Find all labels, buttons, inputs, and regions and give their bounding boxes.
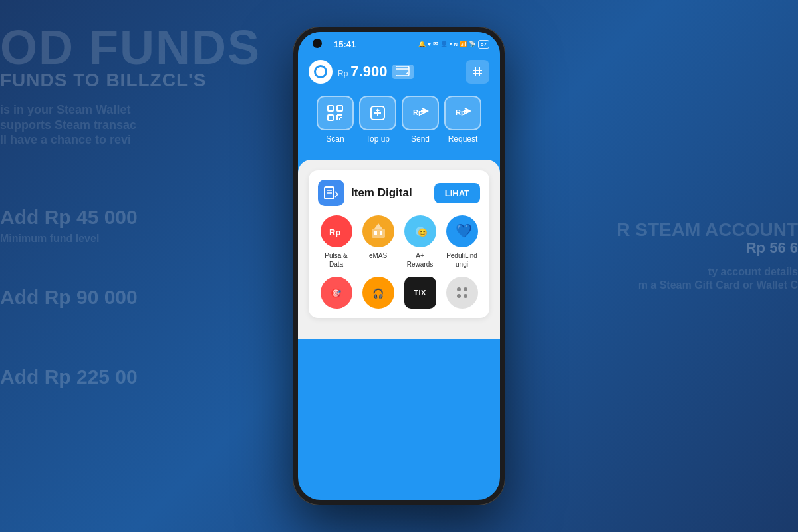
grid-item-earphone[interactable]: 🎧	[360, 277, 396, 309]
scan-icon-box	[317, 96, 354, 130]
nfc-icon: N	[454, 41, 458, 47]
pulsa-label: Pulsa & Data	[325, 251, 347, 269]
emas-label: eMAS	[369, 251, 387, 260]
header-top: Rp 7.900 +	[309, 60, 489, 84]
bg-right1: R STEAM ACCOUNT	[616, 219, 798, 241]
grid-item-pulsa[interactable]: Rp Pulsa & Data	[318, 215, 354, 269]
svg-rect-7	[328, 106, 333, 111]
pulsa-icon: Rp	[321, 215, 352, 247]
balance-amount: 7.900	[350, 63, 387, 80]
item-digital-card: Item Digital LIHAT Rp Pulsa & D	[309, 170, 489, 318]
svg-text:💙: 💙	[456, 223, 471, 239]
svg-text:Rp: Rp	[413, 108, 423, 116]
send-icon-box: Rp	[402, 96, 439, 130]
card-add-icon[interactable]: +	[392, 65, 414, 79]
svg-text:😊: 😊	[418, 227, 428, 237]
main-content: Item Digital LIHAT Rp Pulsa & D	[298, 160, 500, 339]
heart-icon: ♥	[428, 41, 431, 47]
emas-icon	[362, 215, 394, 247]
request-label: Request	[448, 134, 478, 144]
balance-container: Rp 7.900	[338, 63, 387, 80]
bg-add1: Add Rp 45 000	[0, 206, 138, 229]
svg-rect-25	[372, 229, 385, 238]
grid-item-more[interactable]	[444, 277, 480, 309]
avatar-icon: 👤	[440, 41, 448, 47]
status-icons: 🔔 ♥ ✉ 👤 • N 📶 📡 57	[418, 40, 489, 49]
tix-icon: TIX	[404, 277, 436, 309]
svg-point-40	[464, 294, 467, 298]
signal-icon: 📡	[469, 41, 476, 47]
bg-right4: m a Steam Gift Card or Wallet C	[638, 279, 798, 291]
wifi-icon: 📶	[460, 41, 467, 47]
rewards-label: A+ Rewards	[407, 251, 433, 269]
svg-rect-8	[337, 106, 342, 111]
logo-inner	[314, 65, 327, 78]
punch-hole-camera	[313, 39, 322, 48]
scan-action[interactable]: Scan	[317, 96, 354, 144]
svg-text:🎯: 🎯	[331, 287, 342, 299]
bg-add2: Add Rp 90 000	[0, 286, 138, 309]
grid-item-emas[interactable]: eMAS	[360, 215, 396, 269]
grid-items-row2: 🎯 🎧	[318, 277, 480, 309]
status-time: 15:41	[334, 39, 356, 49]
bg-line2: supports Steam transac	[0, 118, 136, 132]
go-icon: 🎯	[321, 277, 352, 309]
battery-indicator: 57	[478, 40, 489, 49]
earphone-icon: 🎧	[362, 277, 394, 309]
currency-label: Rp	[338, 69, 348, 78]
peduli-label: PeduliLind ungi	[446, 251, 477, 269]
svg-point-37	[457, 287, 461, 291]
phone-screen: 15:41 🔔 ♥ ✉ 👤 • N 📶 📡 57	[298, 32, 500, 500]
item-digital-header: Item Digital LIHAT	[318, 180, 480, 206]
request-icon-box: Rp	[444, 96, 481, 130]
rewards-icon: 😊	[404, 215, 436, 247]
grid-item-go[interactable]: 🎯	[318, 277, 354, 309]
svg-text:Rp: Rp	[329, 227, 340, 237]
topup-label: Top up	[366, 134, 390, 144]
request-action[interactable]: Rp Request	[444, 96, 481, 144]
app-logo[interactable]	[309, 60, 332, 84]
svg-rect-27	[374, 231, 377, 235]
send-action[interactable]: Rp Send	[402, 96, 439, 144]
svg-rect-28	[380, 231, 382, 235]
svg-marker-26	[374, 223, 382, 229]
hashtag-icon[interactable]	[466, 60, 489, 84]
grid-item-peduli[interactable]: 💙 PeduliLind ungi	[444, 215, 480, 269]
bg-right3: ty account details	[708, 266, 798, 278]
svg-text:+: +	[406, 70, 409, 76]
svg-point-39	[457, 294, 461, 298]
bg-title: OD FUNDS	[0, 20, 261, 74]
lihat-button[interactable]: LIHAT	[434, 183, 480, 203]
grid-item-tix[interactable]: TIX	[402, 277, 438, 309]
item-digital-left: Item Digital	[318, 180, 412, 206]
phone-outer: 15:41 🔔 ♥ ✉ 👤 • N 📶 📡 57	[293, 27, 505, 505]
grid-items-row1: Rp Pulsa & Data	[318, 215, 480, 269]
topup-action[interactable]: Top up	[359, 96, 396, 144]
bg-line3: ll have a chance to revi	[0, 133, 131, 147]
svg-text:🎧: 🎧	[372, 288, 384, 299]
status-bar: 15:41 🔔 ♥ ✉ 👤 • N 📶 📡 57	[298, 32, 500, 53]
bg-right2: Rp 56 6	[746, 239, 798, 257]
topup-icon-box	[359, 96, 396, 130]
scan-label: Scan	[326, 134, 344, 144]
phone-wrapper: 15:41 🔔 ♥ ✉ 👤 • N 📶 📡 57	[293, 27, 505, 505]
more-icon	[446, 277, 478, 309]
header-left: Rp 7.900 +	[309, 60, 414, 84]
item-digital-icon	[318, 180, 344, 206]
bg-subtitle: FUNDS TO BILLZCL'S	[0, 70, 206, 91]
grid-item-rewards[interactable]: 😊 A+ Rewards	[402, 215, 438, 269]
svg-rect-9	[328, 115, 333, 120]
quick-actions: Scan Top up	[309, 96, 489, 149]
svg-point-38	[464, 287, 467, 291]
svg-text:Rp: Rp	[456, 108, 466, 116]
send-label: Send	[411, 134, 430, 144]
peduli-icon: 💙	[446, 215, 478, 247]
item-digital-title: Item Digital	[351, 186, 412, 200]
bg-line1: is in your Steam Wallet	[0, 103, 130, 117]
app-header: Rp 7.900 +	[298, 53, 500, 160]
notification-icon: 🔔	[418, 41, 426, 47]
mail-icon: ✉	[433, 41, 438, 47]
bg-add3: Add Rp 225 00	[0, 366, 138, 388]
bg-add1-sub: Minimum fund level	[0, 233, 99, 245]
dot-icon: •	[450, 41, 452, 47]
